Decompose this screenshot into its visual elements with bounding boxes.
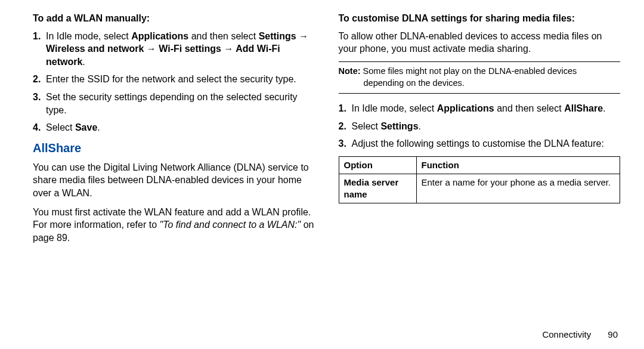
- italic-ref: "To find and connect to a WLAN:": [160, 220, 301, 230]
- td-option: Media server name: [339, 174, 416, 203]
- txt: Select: [352, 121, 381, 131]
- txt: Select: [46, 122, 75, 132]
- options-table: Option Function Media server name Enter …: [339, 156, 621, 204]
- bold: Save: [75, 122, 97, 132]
- txt: In Idle mode, select: [46, 31, 131, 41]
- txt: Adjust the following settings to customi…: [352, 138, 604, 149]
- left-step-4: Select Save.: [33, 121, 315, 134]
- th-option: Option: [339, 156, 416, 174]
- left-step-2: Enter the SSID for the network and selec…: [33, 73, 315, 86]
- left-column: To add a WLAN manually: In Idle mode, se…: [33, 12, 315, 338]
- note-box: Note: Some files might not play on the D…: [339, 61, 621, 94]
- note-text-b: depending on the devices.: [339, 78, 621, 89]
- txt: .: [603, 103, 605, 113]
- right-p1: To allow other DLNA-enabled devices to a…: [339, 30, 621, 55]
- txt: .: [97, 122, 100, 132]
- txt: .: [82, 57, 85, 67]
- footer-page-number: 90: [608, 329, 618, 339]
- left-step-3: Set the security settings depending on t…: [33, 91, 315, 116]
- txt: Set the security settings depending on t…: [46, 92, 298, 115]
- page: To add a WLAN manually: In Idle mode, se…: [0, 0, 644, 349]
- note-label: Note:: [339, 66, 361, 76]
- txt: and then select: [494, 103, 564, 113]
- heading-add-wlan: To add a WLAN manually:: [33, 12, 315, 25]
- txt: .: [419, 121, 421, 131]
- table-row: Media server name Enter a name for your …: [339, 174, 620, 203]
- bold: AllShare: [564, 103, 603, 113]
- txt: In Idle mode, select: [352, 103, 437, 113]
- right-step-1: In Idle mode, select Applications and th…: [339, 102, 621, 115]
- left-p2: You must first activate the WLAN feature…: [33, 206, 315, 245]
- th-function: Function: [416, 156, 620, 174]
- bold: Settings: [380, 121, 418, 131]
- note-text-a: Some files might not play on the DLNA-en…: [361, 66, 577, 76]
- section-allshare: AllShare: [33, 140, 315, 156]
- left-step-1: In Idle mode, select Applications and th…: [33, 30, 315, 69]
- table-header-row: Option Function: [339, 156, 620, 174]
- page-footer: Connectivity 90: [542, 329, 618, 341]
- bold: Applications: [131, 31, 188, 41]
- right-step-3: Adjust the following settings to customi…: [339, 137, 621, 150]
- txt: and then select: [188, 31, 258, 41]
- right-step-2: Select Settings.: [339, 120, 621, 133]
- bold: Applications: [437, 103, 494, 113]
- right-column: To customise DLNA settings for sharing m…: [339, 12, 621, 338]
- footer-section: Connectivity: [542, 329, 591, 339]
- td-function: Enter a name for your phone as a media s…: [416, 174, 620, 203]
- txt: Enter the SSID for the network and selec…: [46, 74, 296, 84]
- heading-dlna: To customise DLNA settings for sharing m…: [339, 12, 621, 25]
- right-steps: In Idle mode, select Applications and th…: [339, 102, 621, 150]
- left-p1: You can use the Digital Living Network A…: [33, 161, 315, 200]
- left-steps: In Idle mode, select Applications and th…: [33, 30, 315, 134]
